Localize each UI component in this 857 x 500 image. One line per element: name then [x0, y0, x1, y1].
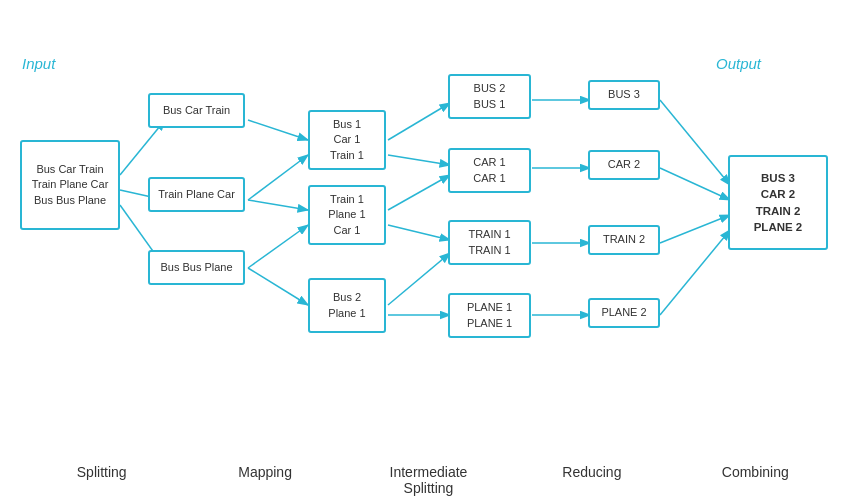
map-box-2: Train 1 Plane 1 Car 1 — [308, 185, 386, 245]
inter-box-3: TRAIN 1 TRAIN 1 — [448, 220, 531, 265]
stage-mapping: Mapping — [205, 464, 325, 496]
input-box: Bus Car Train Train Plane Car Bus Bus Pl… — [20, 140, 120, 230]
inter-box-1: BUS 2 BUS 1 — [448, 74, 531, 119]
stage-splitting: Splitting — [42, 464, 162, 496]
output-label: Output — [716, 55, 761, 72]
output-box: BUS 3 CAR 2 TRAIN 2 PLANE 2 — [728, 155, 828, 250]
inter-box-2: CAR 1 CAR 1 — [448, 148, 531, 193]
stage-reducing: Reducing — [532, 464, 652, 496]
input-label: Input — [22, 55, 55, 72]
reduce-box-3: TRAIN 2 — [588, 225, 660, 255]
inter-box-4: PLANE 1 PLANE 1 — [448, 293, 531, 338]
stage-labels: Splitting Mapping Intermediate Splitting… — [0, 464, 857, 496]
diagram: Input Output Bus Car Train Train Plane C… — [0, 0, 857, 460]
split-box-1: Bus Car Train — [148, 93, 245, 128]
stage-combining: Combining — [695, 464, 815, 496]
split-box-2: Train Plane Car — [148, 177, 245, 212]
reduce-box-1: BUS 3 — [588, 80, 660, 110]
reduce-box-2: CAR 2 — [588, 150, 660, 180]
map-box-1: Bus 1 Car 1 Train 1 — [308, 110, 386, 170]
stage-intermediate: Intermediate Splitting — [368, 464, 488, 496]
reduce-box-4: PLANE 2 — [588, 298, 660, 328]
split-box-3: Bus Bus Plane — [148, 250, 245, 285]
map-box-3: Bus 2 Plane 1 — [308, 278, 386, 333]
